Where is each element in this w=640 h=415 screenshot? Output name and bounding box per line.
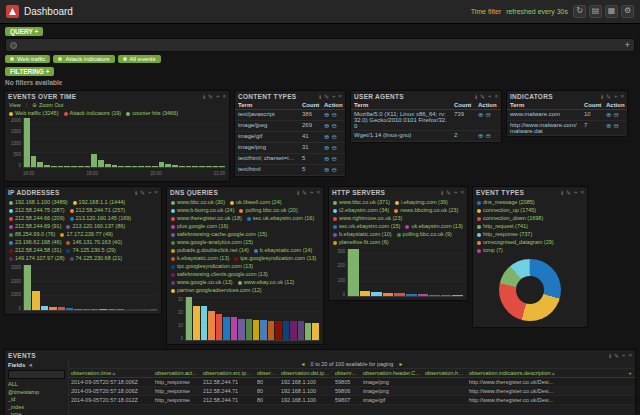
bar[interactable] <box>268 321 274 340</box>
bar[interactable] <box>66 308 73 310</box>
bar[interactable] <box>406 294 417 296</box>
legend-item[interactable]: safebrowsing-cache.google.com (15) <box>171 231 267 238</box>
bar[interactable] <box>74 309 81 310</box>
move-icon[interactable]: + <box>332 93 336 100</box>
bar[interactable] <box>275 321 281 340</box>
legend-item[interactable]: uk.libwell.com (24) <box>230 199 282 206</box>
bar[interactable] <box>99 309 106 310</box>
legend-item[interactable]: pubads.g.doubleclick.net (14) <box>171 247 249 254</box>
query-pill[interactable]: All events <box>118 55 161 63</box>
query-toggle-button[interactable]: QUERY + <box>5 27 43 36</box>
zoom-in-icon[interactable]: ⊕ <box>606 122 611 129</box>
legend-item[interactable]: dns_message (2085) <box>477 199 535 206</box>
legend-item[interactable]: sec.uk.ebaystm.com (15) <box>333 223 400 230</box>
close-icon[interactable]: × <box>154 189 158 196</box>
legend-item[interactable]: www.ebay.co.uk (12) <box>238 279 295 286</box>
close-icon[interactable]: × <box>628 352 632 359</box>
bar[interactable] <box>206 166 212 167</box>
zoom-in-icon[interactable]: ⊕ <box>324 155 329 162</box>
query-color-dot[interactable] <box>10 42 17 49</box>
legend-item[interactable]: www.rightmove.co.uk (23) <box>333 215 402 222</box>
gear-icon[interactable]: ⚙ <box>621 5 634 18</box>
bar[interactable] <box>150 309 157 310</box>
info-icon[interactable]: ℹ <box>609 352 611 359</box>
legend-item[interactable]: b.ebaystatic.com (10) <box>333 231 392 238</box>
bar[interactable] <box>108 309 115 310</box>
zoom-in-icon[interactable]: ⊕ <box>324 111 329 118</box>
term-link[interactable]: image/jpeg <box>235 121 299 132</box>
legend-item[interactable]: partner.googleadservices.com (12) <box>171 287 262 294</box>
legend-item[interactable]: connection_up (1745) <box>477 207 536 214</box>
bar[interactable] <box>172 165 178 167</box>
sort-icon[interactable]: ◆ <box>253 371 255 376</box>
term-link[interactable]: text/html <box>235 165 299 176</box>
exclude-icon[interactable]: ⊖ <box>331 122 336 129</box>
bar[interactable] <box>83 309 90 310</box>
refresh-interval-link[interactable]: refreshed every 30s <box>506 8 568 15</box>
move-icon[interactable]: + <box>488 93 492 100</box>
bar[interactable] <box>213 166 219 167</box>
query-input[interactable] <box>21 42 621 49</box>
bar[interactable] <box>208 311 214 340</box>
move-icon[interactable]: + <box>216 93 220 100</box>
legend-item[interactable]: 23.196.62.168 (46) <box>9 239 61 246</box>
legend-item[interactable]: 213.120.160.145 (169) <box>70 215 132 222</box>
legend-item[interactable]: www.theregister.co.uk (18) <box>171 215 242 222</box>
move-icon[interactable]: + <box>622 352 626 359</box>
bar[interactable] <box>78 166 84 167</box>
bar[interactable] <box>238 319 244 341</box>
exclude-icon[interactable]: ⊖ <box>485 111 490 118</box>
info-icon[interactable]: ℹ <box>297 189 299 196</box>
zoom-in-icon[interactable]: ⊕ <box>478 132 483 139</box>
bar[interactable] <box>394 293 405 296</box>
bar[interactable] <box>41 306 48 310</box>
exclude-icon[interactable]: ⊖ <box>331 155 336 162</box>
bar[interactable] <box>105 164 111 167</box>
field-link[interactable]: _type <box>8 411 65 415</box>
bar[interactable] <box>24 265 31 310</box>
donut-chart[interactable] <box>499 259 561 321</box>
bar[interactable] <box>201 306 207 340</box>
bar[interactable] <box>298 321 304 340</box>
info-icon[interactable]: ℹ <box>475 93 477 100</box>
edit-icon[interactable]: ✎ <box>606 93 611 100</box>
bar[interactable] <box>71 166 77 167</box>
legend-item[interactable]: 192.168.1.100 (3489) <box>9 199 68 206</box>
move-icon[interactable]: + <box>148 189 152 196</box>
legend-item[interactable]: plus.google.com (16) <box>171 223 228 230</box>
bar[interactable] <box>125 309 132 310</box>
legend-item[interactable]: polling.bbc.co.uk (20) <box>239 207 297 214</box>
edit-icon[interactable]: ✎ <box>324 93 329 100</box>
bar[interactable] <box>31 156 37 167</box>
legend-item[interactable]: 212.58.244.75 (287) <box>9 207 65 214</box>
bar[interactable] <box>360 291 371 296</box>
legend-item[interactable]: safebrowsing.clients.google.com (13) <box>171 271 268 278</box>
event-row[interactable]: 2014-09-05T20:57:18.006Zhttp_response212… <box>69 378 635 387</box>
bar[interactable] <box>383 293 394 296</box>
legend-item[interactable]: sec.uk.ebaystm.com (16) <box>247 215 314 222</box>
legend-item[interactable]: www.bbc.co.uk (30) <box>171 199 225 206</box>
legend-item[interactable]: 192.168.1.1 (1444) <box>73 199 125 206</box>
bar[interactable] <box>192 166 198 167</box>
legend-item[interactable]: 74.125.230.5 (29) <box>66 247 115 254</box>
info-icon[interactable]: ℹ <box>441 189 443 196</box>
info-icon[interactable]: ℹ <box>319 93 321 100</box>
time-filter-link[interactable]: Time filter <box>471 8 501 15</box>
move-icon[interactable]: + <box>574 189 578 196</box>
events-column-header[interactable]: observation.dst.tcp.port◆ <box>333 369 361 378</box>
bar[interactable] <box>260 320 266 340</box>
legend-item[interactable]: planetlive.ftt.com (6) <box>333 239 389 246</box>
term-link[interactable]: http://www.malware.com/malware.dat <box>507 121 581 136</box>
zoom-in-icon[interactable]: ⊕ <box>324 133 329 140</box>
page-next-icon[interactable]: ► <box>398 361 403 367</box>
exclude-icon[interactable]: ⊖ <box>331 133 336 140</box>
save-icon[interactable]: ▦ <box>605 5 618 18</box>
close-icon[interactable]: × <box>620 93 624 100</box>
term-link[interactable]: text/javascript <box>235 110 299 121</box>
legend-item[interactable]: 212.58.244.66 (209) <box>9 215 65 222</box>
legend-item[interactable]: icmp (7) <box>477 247 503 254</box>
legend-item[interactable]: polling.bbc.co.uk (9) <box>397 231 452 238</box>
legend-item[interactable]: unrecognised_datagram (29) <box>477 239 554 246</box>
column-term[interactable]: Term <box>351 101 451 110</box>
bar[interactable] <box>348 249 359 296</box>
